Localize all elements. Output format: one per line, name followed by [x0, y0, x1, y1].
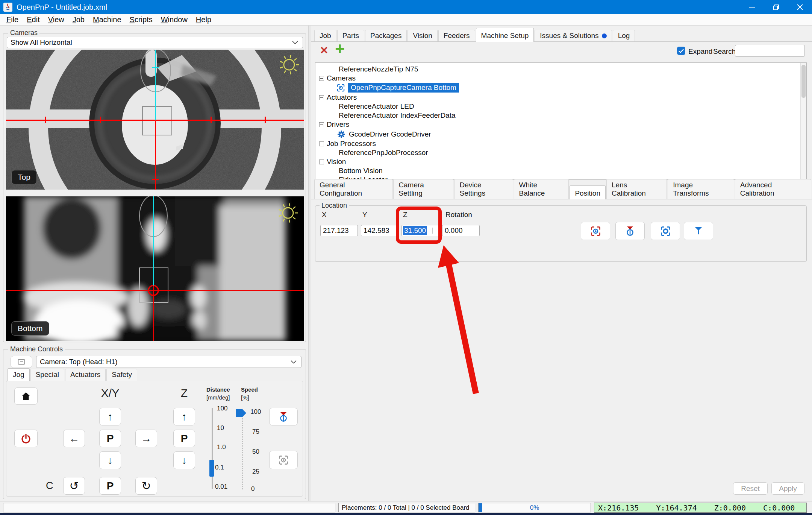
home-button[interactable]	[14, 387, 38, 405]
minimize-button[interactable]	[740, 0, 764, 14]
tree-item-bottom-vision[interactable]: Bottom Vision	[315, 166, 806, 175]
move-camera-to-location-button[interactable]	[581, 222, 610, 240]
bottom-camera-view[interactable]: Bottom	[6, 196, 304, 341]
collapse-expander-icon[interactable]	[319, 76, 324, 81]
top-camera-view[interactable]: Top	[6, 50, 304, 190]
tree-item-label: GcodeDriver GcodeDriver	[349, 130, 431, 138]
menu-bar: File Edit View Job Machine Scripts Windo…	[0, 14, 812, 26]
subtab-advanced-calibration[interactable]: Advanced Calibration	[735, 179, 811, 199]
jog-x-plus-button[interactable]: →	[135, 430, 157, 447]
subtab-camera-settling[interactable]: Camera Settling	[393, 179, 453, 199]
park-z-button[interactable]: P	[173, 430, 195, 447]
apply-button[interactable]: Apply	[771, 482, 804, 495]
collapse-icon	[18, 359, 25, 365]
tree-item-capture-camera[interactable]: OpenPnpCaptureCamera Bottom	[315, 83, 806, 93]
park-nozzle-button[interactable]	[269, 408, 298, 425]
tree-scrollbar[interactable]	[800, 63, 806, 179]
tab-issues-solutions[interactable]: Issues & Solutions	[535, 30, 612, 42]
close-button[interactable]	[788, 0, 812, 14]
subtab-image-transforms[interactable]: Image Transforms	[668, 179, 734, 199]
menu-file[interactable]: File	[2, 14, 23, 26]
tree-item-actuators[interactable]: Actuators	[315, 93, 806, 102]
move-nozzle-to-location-button[interactable]	[615, 222, 645, 240]
position-camera-gray-button[interactable]	[269, 451, 298, 469]
tree-item-gcodedriver[interactable]: GcodeDriver GcodeDriver	[315, 129, 806, 139]
tree-scrollbar-thumb[interactable]	[801, 65, 806, 98]
jog-x-minus-button[interactable]: ←	[63, 430, 85, 447]
tree-item-pnp-jobprocessor[interactable]: ReferencePnpJobProcessor	[315, 148, 806, 157]
subtab-white-balance[interactable]: White Balance	[514, 179, 569, 199]
tab-jog[interactable]: Jog	[8, 368, 30, 381]
z-position-input[interactable]: 31.500	[401, 225, 439, 236]
speed-slider-track[interactable]	[242, 410, 243, 489]
tab-special[interactable]: Special	[30, 369, 64, 381]
jog-y-minus-button[interactable]: ↓	[99, 451, 121, 469]
distance-unit-label: [mm/deg]	[206, 394, 230, 401]
park-c-button[interactable]: P	[99, 477, 121, 495]
add-item-button[interactable]: +	[333, 41, 347, 57]
tree-item-nozzletip[interactable]: ReferenceNozzleTip N75	[315, 65, 806, 74]
speed-label: Speed	[241, 386, 258, 393]
y-position-input[interactable]: 142.583	[361, 225, 398, 236]
jog-c-ccw-button[interactable]: ↺	[63, 477, 85, 495]
x-position-input[interactable]: 217.123	[320, 225, 358, 236]
search-input[interactable]	[735, 45, 805, 57]
arrow-right-icon: →	[141, 433, 151, 445]
tree-item-actuator-indexfeeder[interactable]: ReferenceActuator IndexFeederData	[315, 111, 806, 120]
z-field-label: Z	[403, 211, 408, 219]
collapse-expander-icon[interactable]	[319, 95, 324, 100]
jog-c-cw-button[interactable]: ↻	[135, 477, 157, 495]
collapse-expander-icon[interactable]	[319, 160, 324, 164]
restore-button[interactable]	[764, 0, 788, 14]
tree-item-cameras[interactable]: Cameras	[315, 74, 806, 83]
menu-edit[interactable]: Edit	[23, 14, 44, 26]
distance-slider-handle[interactable]	[209, 460, 214, 477]
subtab-position[interactable]: Position	[570, 185, 606, 199]
tree-item-label: Bottom Vision	[339, 167, 383, 175]
collapse-expander-icon[interactable]	[319, 122, 324, 127]
menu-help[interactable]: Help	[192, 14, 215, 26]
subtab-device-settings[interactable]: Device Settings	[454, 179, 513, 199]
capture-camera-location-button[interactable]	[651, 222, 680, 240]
tree-item-vision[interactable]: Vision	[315, 157, 806, 166]
camera-view-selector[interactable]: Show All Horizontal	[7, 37, 303, 48]
delete-item-button[interactable]: ✕	[318, 44, 330, 57]
head-selector[interactable]: Camera: Top (Head: H1)	[36, 356, 301, 368]
panel-splitter[interactable]	[308, 26, 311, 501]
menu-scripts[interactable]: Scripts	[126, 14, 157, 26]
power-button[interactable]	[14, 430, 38, 447]
menu-machine[interactable]: Machine	[89, 14, 126, 26]
distance-tick-0p01: 0.01	[215, 483, 227, 491]
tab-vision[interactable]: Vision	[408, 30, 437, 42]
subtab-general-configuration[interactable]: General Configuration	[314, 179, 392, 199]
capture-nozzle-location-button[interactable]	[684, 222, 713, 240]
menu-window[interactable]: Window	[157, 14, 192, 26]
reset-button[interactable]: Reset	[733, 482, 768, 495]
tab-safety[interactable]: Safety	[106, 369, 137, 381]
rotation-input[interactable]: 0.000	[442, 225, 480, 236]
tree-item-label: ReferenceActuator LED	[339, 102, 414, 111]
tab-machine-setup[interactable]: Machine Setup	[476, 28, 534, 42]
subtab-lens-calibration[interactable]: Lens Calibration	[606, 179, 667, 199]
tree-item-actuator-led[interactable]: ReferenceActuator LED	[315, 102, 806, 111]
tab-feeders[interactable]: Feeders	[438, 30, 475, 42]
collapse-controls-button[interactable]	[11, 356, 32, 368]
chevron-down-icon	[291, 360, 297, 364]
menu-job[interactable]: Job	[68, 14, 89, 26]
park-label: P	[181, 433, 188, 445]
jog-z-plus-button[interactable]: ↑	[173, 408, 195, 425]
tab-job[interactable]: Job	[314, 30, 336, 42]
main-tab-bar: Job Parts Packages Vision Feeders Machin…	[314, 28, 636, 42]
gear-icon	[337, 131, 345, 138]
menu-view[interactable]: View	[44, 14, 68, 26]
park-xy-button[interactable]: P	[99, 430, 121, 447]
tree-item-job-processors[interactable]: Job Processors	[315, 139, 806, 148]
jog-y-plus-button[interactable]: ↑	[99, 408, 121, 425]
expand-checkbox[interactable]	[677, 47, 685, 55]
collapse-expander-icon[interactable]	[319, 141, 324, 146]
tab-packages[interactable]: Packages	[365, 30, 407, 42]
tab-log[interactable]: Log	[613, 30, 635, 42]
tree-item-drivers[interactable]: Drivers	[315, 120, 806, 129]
tab-actuators[interactable]: Actuators	[65, 369, 106, 381]
jog-z-minus-button[interactable]: ↓	[173, 451, 195, 469]
